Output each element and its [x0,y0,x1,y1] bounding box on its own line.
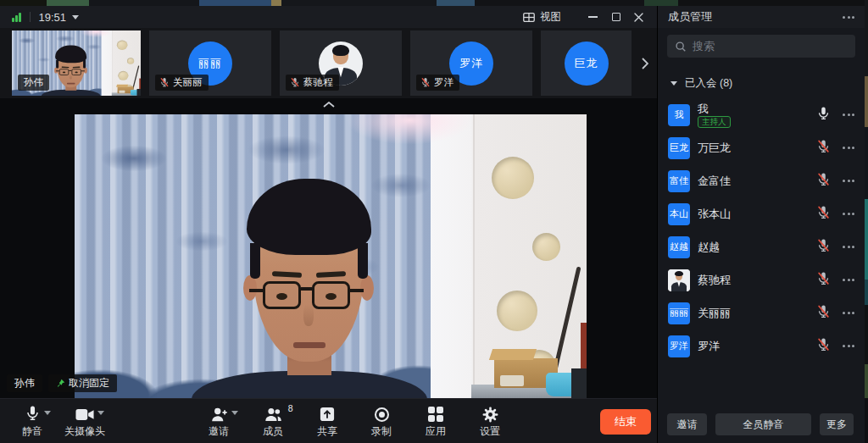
search-input[interactable]: 搜索 [667,35,855,58]
thumbnail-name-label: 蔡驰程 [286,75,339,91]
network-signal-icon[interactable] [12,13,21,22]
member-mic-button[interactable] [816,139,831,157]
mic-icon [290,77,300,87]
camera-off-button[interactable]: 关摄像头 [61,399,108,443]
member-more-button[interactable] [843,114,854,116]
thumbnail-name-text: 罗洋 [434,76,453,89]
member-row[interactable]: 罗洋 罗洋 [658,329,865,363]
close-icon [634,13,643,22]
thumbnail-mic-muted-icon [290,77,300,89]
chevron-right-icon [642,58,648,69]
collapse-strip-button[interactable] [0,98,657,110]
member-row[interactable]: 丽丽 关丽丽 [658,296,865,329]
camera-icon [75,407,94,422]
member-name: 蔡驰程 [698,274,731,286]
main-video-feed[interactable] [75,114,587,398]
members-count-badge: 8 [288,403,293,413]
apps-button[interactable]: 应用 [412,399,459,443]
search-icon [675,41,687,53]
thumbnail-name-text: 孙伟 [24,76,43,89]
participant-thumbnail[interactable]: 丽丽 关丽丽 [149,30,271,96]
main-stage: 孙伟 取消固定 [0,98,657,398]
participant-thumbnail[interactable]: 蔡驰程 [280,30,402,96]
view-layout-button[interactable]: 视图 [523,10,561,25]
sidebar-invite-button[interactable]: 邀请 [667,413,707,435]
member-mic-button[interactable] [816,205,831,223]
member-avatar: 丽丽 [668,302,690,324]
participant-initials-avatar: 巨龙 [565,42,609,86]
participant-thumbnail[interactable]: 巨龙 [541,30,632,96]
maximize-icon [612,13,620,21]
thumbnails-scroll-right-button[interactable] [632,28,657,98]
close-button[interactable] [627,7,650,27]
unpin-button[interactable]: 取消固定 [48,374,117,392]
member-more-button[interactable] [843,213,854,215]
invite-button[interactable]: 邀请 [195,399,242,443]
mic-icon [816,271,831,285]
thumbnail-name-label: 孙伟 [18,75,49,91]
record-button[interactable]: 录制 [358,399,405,443]
participant-thumbnail-strip: 孙伟 丽丽 关丽丽 蔡驰程 罗洋 罗洋 巨龙 [0,28,657,98]
meeting-app-window: 19:51 视图 [0,0,868,443]
member-more-button[interactable] [843,345,854,347]
member-avatar: 赵越 [668,236,690,258]
speaker-name-label: 孙伟 [7,374,42,392]
timer-dropdown-icon[interactable] [72,15,79,23]
mic-icon [159,77,170,87]
member-more-button[interactable] [843,147,854,149]
maximize-button[interactable] [604,7,627,27]
camera-options-caret[interactable] [97,411,104,418]
member-name: 张本山 [698,208,731,220]
titlebar-divider [30,12,31,22]
member-row[interactable]: 蔡驰程 [658,263,865,296]
thumbnail-name-label: 关丽丽 [155,75,209,91]
end-meeting-button[interactable]: 结束 [600,409,651,435]
thumbnail-name-label: 罗洋 [416,75,459,91]
member-mic-button[interactable] [816,271,831,289]
member-mic-button[interactable] [816,304,831,322]
member-more-button[interactable] [843,246,854,248]
member-more-button[interactable] [843,180,854,182]
unpin-label: 取消固定 [69,376,109,390]
mic-icon [816,304,831,318]
member-mic-button[interactable] [816,337,831,355]
member-mic-button[interactable] [816,172,831,190]
member-row[interactable]: 本山 张本山 [658,197,865,230]
minimize-button[interactable] [581,7,604,27]
participant-thumbnail[interactable]: 孙伟 [12,30,141,96]
desktop-edge-right [865,0,868,443]
mic-icon [816,106,831,120]
member-more-button[interactable] [843,312,854,314]
member-name: 赵越 [698,241,720,253]
member-management-panel: 成员管理 搜索 已入会 (8) 我 我 主持人 [657,6,865,443]
mic-options-caret[interactable] [44,411,51,418]
member-row[interactable]: 我 我 主持人 [658,98,865,131]
member-row[interactable]: 赵越 赵越 [658,230,865,263]
thumbnail-name-text: 蔡驰程 [303,76,333,89]
member-row[interactable]: 巨龙 万巨龙 [658,131,865,164]
sidebar-title: 成员管理 [668,9,712,25]
apps-grid-icon [428,407,444,423]
joined-section-header[interactable]: 已入会 (8) [670,76,865,91]
mic-icon [816,238,831,252]
member-avatar [668,269,690,291]
member-row[interactable]: 富佳 金富佳 [658,164,865,197]
sidebar-more-actions-button[interactable]: 更多 [820,413,854,435]
members-button[interactable]: 8 成员 [249,399,297,443]
member-mic-button[interactable] [816,238,831,256]
member-mic-button[interactable] [816,106,831,124]
chevron-up-icon [323,102,335,108]
participant-thumbnail[interactable]: 罗洋 罗洋 [410,30,532,96]
share-screen-button[interactable]: 共享 [303,399,351,443]
member-avatar: 罗洋 [668,335,690,357]
thumbnail-mic-muted-icon [159,77,170,89]
invite-options-caret[interactable] [231,411,238,418]
settings-button[interactable]: 设置 [466,399,514,443]
member-avatar: 我 [668,104,690,126]
webcam-video-scene [75,114,587,398]
sidebar-more-button[interactable] [843,16,854,19]
member-more-button[interactable] [843,279,854,281]
mute-button[interactable]: 静音 [8,399,56,443]
mute-all-button[interactable]: 全员静音 [715,413,811,435]
member-name: 万巨龙 [698,141,731,154]
